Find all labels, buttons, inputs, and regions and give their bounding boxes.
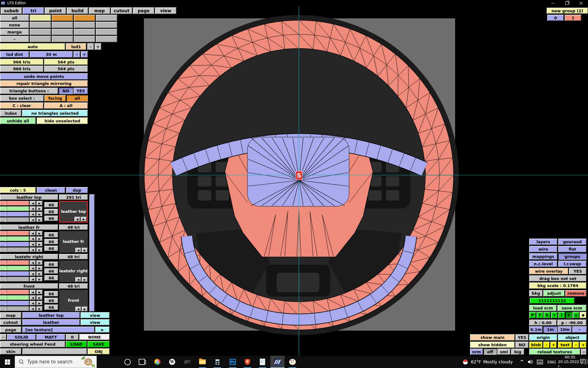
subob-cell[interactable] bbox=[52, 15, 73, 21]
layers-button[interactable]: layers bbox=[529, 239, 557, 245]
axis-r-button[interactable]: r bbox=[551, 312, 558, 318]
taskbar-brave[interactable] bbox=[240, 356, 254, 368]
tile-next-arrow[interactable]: ▶ bbox=[82, 277, 88, 282]
page-value[interactable]: [no texture] bbox=[22, 327, 95, 333]
taskbar-task-view[interactable] bbox=[135, 356, 149, 368]
slider-left-arrow[interactable]: ◀ bbox=[30, 271, 36, 276]
load-button[interactable]: LOAD bbox=[66, 341, 87, 347]
unhide-all-button[interactable]: unhide all bbox=[0, 117, 36, 124]
color-slider[interactable] bbox=[0, 301, 29, 305]
show-main-yes[interactable]: YES bbox=[515, 334, 529, 341]
slider-left-arrow[interactable]: ◀ bbox=[30, 290, 36, 294]
color-value[interactable]: 66 bbox=[44, 202, 58, 208]
slider-right-arrow[interactable]: ▶ bbox=[36, 277, 43, 282]
minimize-button[interactable] bbox=[546, 0, 560, 6]
subob-cell[interactable] bbox=[52, 29, 73, 35]
subob-cell[interactable] bbox=[30, 15, 51, 21]
menu-tab-point[interactable]: point bbox=[45, 7, 66, 14]
weather-condition[interactable]: Mostly cloudy bbox=[483, 356, 516, 368]
tile-prev-arrow[interactable]: ◀ bbox=[74, 217, 80, 221]
clean-button[interactable]: clean bbox=[37, 187, 65, 193]
skin-value[interactable] bbox=[22, 348, 87, 355]
slider-right-arrow[interactable]: ▶ bbox=[36, 201, 43, 205]
page-next-button[interactable]: ▶ bbox=[95, 327, 110, 333]
slider-right-arrow[interactable]: ▶ bbox=[36, 271, 43, 276]
shine-value[interactable]: 0 bbox=[66, 334, 79, 340]
reload-minus-button[interactable]: – bbox=[581, 349, 586, 355]
color-slider[interactable] bbox=[0, 231, 29, 236]
slider-right-arrow[interactable]: ▶ bbox=[36, 260, 43, 265]
restore-button[interactable] bbox=[560, 0, 574, 6]
blob-minus-button[interactable]: – bbox=[543, 342, 550, 348]
lod1-button[interactable]: lod1 bbox=[66, 43, 86, 50]
axis-u-button[interactable]: u bbox=[573, 312, 579, 318]
slider-right-arrow[interactable]: ▶ bbox=[36, 266, 43, 270]
color-slider[interactable] bbox=[0, 242, 29, 247]
slider-left-arrow[interactable]: ◀ bbox=[30, 301, 36, 305]
bkg-remove-button[interactable]: remove bbox=[565, 290, 586, 297]
auto-button[interactable]: auto bbox=[0, 43, 65, 50]
taskbar-wikipedia[interactable]: W bbox=[165, 356, 179, 368]
index-button[interactable]: index bbox=[0, 110, 21, 117]
notification-center[interactable]: 2 bbox=[578, 356, 588, 368]
origin-button[interactable]: origin bbox=[529, 334, 557, 341]
cols-button[interactable]: cols : 5 bbox=[0, 187, 36, 193]
color-slider[interactable] bbox=[0, 295, 29, 300]
tray-chevron[interactable]: ^ bbox=[518, 356, 526, 368]
tile-prev-arrow[interactable]: ◀ bbox=[75, 248, 81, 252]
map-view-button[interactable]: view bbox=[81, 312, 110, 318]
save-scm-button[interactable]: save scm bbox=[557, 305, 586, 311]
menu-tab-cutout[interactable]: cutout bbox=[111, 7, 132, 14]
color-slider[interactable] bbox=[0, 290, 29, 294]
wire-button[interactable]: wire bbox=[529, 246, 557, 252]
show-hidden-no[interactable]: NO bbox=[515, 342, 529, 348]
show-main-label[interactable]: show main bbox=[470, 334, 515, 341]
slider-thumb[interactable] bbox=[5, 260, 7, 265]
tile-prev-arrow[interactable]: ◀ bbox=[75, 307, 81, 311]
group-1-button[interactable]: 1 bbox=[565, 15, 581, 21]
step-10m-button[interactable]: 10m bbox=[558, 326, 572, 333]
texture-tile[interactable]: leatehr right◀▶ bbox=[59, 260, 88, 282]
slider-thumb[interactable] bbox=[5, 206, 7, 211]
color-value[interactable]: 66 bbox=[44, 209, 58, 214]
slider-left-arrow[interactable]: ◀ bbox=[30, 295, 36, 300]
slider-thumb[interactable] bbox=[5, 295, 7, 300]
slider-left-arrow[interactable]: ◀ bbox=[30, 231, 36, 236]
taskbar-calculator[interactable] bbox=[210, 356, 224, 368]
axis-t-button[interactable]: t bbox=[566, 312, 572, 318]
subob-cell[interactable] bbox=[96, 22, 117, 28]
color-value[interactable]: 66 bbox=[44, 246, 58, 251]
subob-cell[interactable] bbox=[74, 29, 95, 35]
slider-right-arrow[interactable]: ▶ bbox=[36, 212, 43, 217]
text-button[interactable]: text bbox=[558, 342, 572, 348]
color-slider[interactable] bbox=[0, 217, 29, 222]
menu-tab-view[interactable]: view bbox=[155, 7, 176, 14]
subob-cell[interactable] bbox=[30, 22, 51, 28]
menu-tab-tri[interactable]: tri bbox=[23, 7, 44, 14]
subob-cell[interactable] bbox=[74, 22, 95, 28]
slider-thumb[interactable] bbox=[5, 231, 7, 236]
axis-dot-button[interactable]: ● bbox=[580, 312, 586, 318]
repair-triangle-mirroring-button[interactable]: repair triangle mirroring bbox=[0, 80, 88, 87]
slider-left-arrow[interactable]: ◀ bbox=[30, 266, 36, 270]
matt-button[interactable]: MATT bbox=[36, 334, 65, 340]
search-box[interactable]: Type here to search bbox=[15, 356, 97, 368]
taskbar-chrome[interactable] bbox=[150, 356, 164, 368]
subob-cell[interactable] bbox=[96, 15, 117, 21]
volume-tray[interactable] bbox=[526, 356, 535, 368]
gouraud-button[interactable]: gouraud bbox=[558, 239, 586, 245]
slider-left-arrow[interactable]: ◀ bbox=[30, 206, 36, 211]
slider-thumb[interactable] bbox=[5, 306, 7, 311]
axis-f-button[interactable]: f bbox=[537, 312, 543, 318]
subob-row-none[interactable]: none bbox=[0, 22, 29, 28]
color-value[interactable]: 66 bbox=[44, 305, 58, 310]
wire-overlay-yes[interactable]: YES bbox=[569, 268, 586, 274]
taskbar-photoshop[interactable]: Ps bbox=[226, 356, 240, 368]
color-slider[interactable] bbox=[0, 260, 29, 265]
text-minus-button[interactable]: – bbox=[573, 342, 579, 348]
texture-tile[interactable]: front◀▶ bbox=[59, 290, 88, 312]
nrm-label[interactable]: nrm bbox=[470, 349, 483, 355]
taskbar-dark-app[interactable] bbox=[180, 356, 194, 368]
lod-minus-button[interactable]: – bbox=[87, 43, 94, 50]
nrm-sml-button[interactable]: sml bbox=[497, 349, 511, 355]
